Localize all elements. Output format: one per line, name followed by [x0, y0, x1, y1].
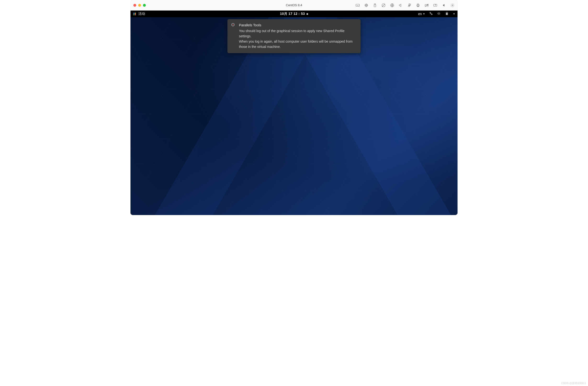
activities-icon [133, 12, 136, 16]
svg-rect-29 [431, 14, 432, 15]
globe-icon[interactable] [390, 3, 394, 7]
camera-off-icon[interactable] [424, 3, 429, 7]
host-window: CentOS 8.4 活动 10月 17 12：53 [130, 0, 458, 215]
notification-body-line1: You should log out of the graphical sess… [239, 28, 356, 39]
svg-line-15 [382, 4, 385, 7]
notification-dot-icon [306, 13, 308, 15]
notification-body-line2: When you log in again, all host computer… [239, 39, 356, 49]
network-wired-icon[interactable] [429, 12, 433, 16]
watermark: CSDN @曾铎000811 [561, 382, 586, 385]
svg-rect-23 [425, 4, 427, 6]
display-icon[interactable] [433, 3, 437, 7]
cpu-icon[interactable] [364, 3, 368, 7]
guest-desktop[interactable]: 活动 10月 17 12：53 en ▼ ▼ Parallels T [130, 11, 458, 215]
notification-title: Parallels Tools [239, 22, 356, 28]
svg-rect-32 [446, 13, 447, 15]
svg-rect-28 [430, 12, 431, 13]
keyboard-icon[interactable] [356, 3, 360, 7]
host-menu-icons [356, 3, 455, 7]
mic-mute-icon[interactable] [407, 3, 412, 7]
battery-icon[interactable] [445, 12, 449, 16]
arrow-left-icon[interactable] [442, 3, 446, 7]
gnome-topbar: 活动 10月 17 12：53 en ▼ ▼ [130, 11, 458, 17]
svg-point-34 [232, 24, 233, 25]
window-controls [133, 4, 146, 7]
svg-rect-6 [365, 4, 368, 6]
input-language-button[interactable]: en ▼ [418, 12, 425, 16]
globe-slash-icon[interactable] [381, 3, 386, 7]
svg-rect-21 [417, 4, 419, 5]
clock-label: 10月 17 12：53 [280, 12, 305, 16]
printer-icon[interactable] [416, 3, 420, 7]
volume-icon[interactable] [399, 3, 403, 7]
language-label: en [418, 12, 422, 16]
usb-icon[interactable] [373, 3, 377, 7]
activities-label: 活动 [138, 12, 145, 16]
clock-area[interactable]: 10月 17 12：53 [130, 12, 458, 16]
close-window-button[interactable] [133, 4, 136, 7]
system-menu-chevron-icon[interactable]: ▼ [453, 13, 455, 15]
volume-icon[interactable] [437, 12, 441, 16]
svg-marker-26 [443, 4, 445, 6]
gear-icon[interactable] [450, 3, 455, 7]
zoom-window-button[interactable] [143, 4, 146, 7]
host-titlebar: CentOS 8.4 [130, 0, 458, 11]
chevron-down-icon: ▼ [423, 13, 425, 15]
svg-rect-13 [374, 4, 376, 7]
svg-rect-7 [366, 4, 367, 6]
minimize-window-button[interactable] [138, 4, 141, 7]
notification-popup[interactable]: Parallels Tools You should log out of th… [228, 19, 360, 53]
parallels-tools-icon [231, 22, 235, 27]
svg-rect-0 [356, 4, 360, 6]
activities-button[interactable]: 活动 [133, 12, 145, 16]
svg-rect-20 [417, 4, 420, 6]
svg-rect-12 [374, 4, 376, 5]
svg-point-27 [452, 4, 453, 6]
